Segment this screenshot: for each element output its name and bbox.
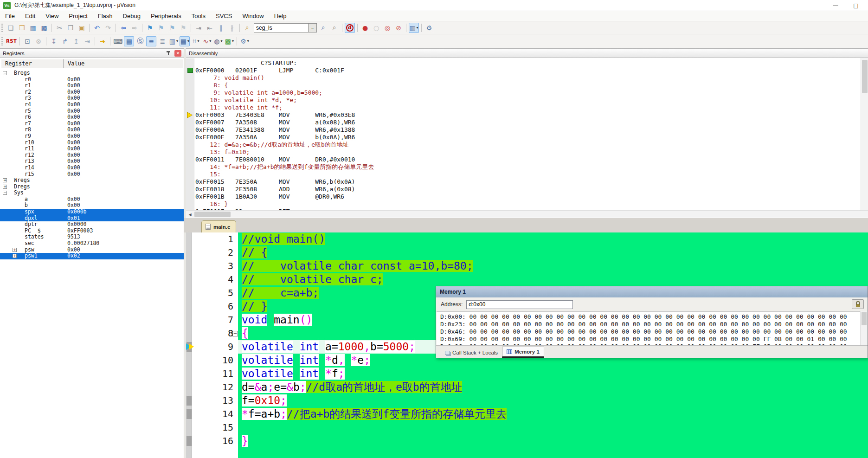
code-line-3[interactable]: 3// volatile char const a=10,b=80; (186, 259, 868, 273)
code-line-11[interactable]: 11volatile int *f; (186, 367, 868, 381)
collapse-icon[interactable] (3, 71, 7, 75)
register-row-r5[interactable]: r50x00 (0, 108, 184, 115)
disasm-line[interactable]: 0xFF0007 7A3508 MOV a(0x08),WR6 (186, 119, 861, 126)
register-row-r8[interactable]: r80x00 (0, 127, 184, 133)
disasm-line[interactable]: 0xFF001B 1B0A30 MOV @DR0,WR6 (186, 193, 861, 200)
save-file-icon[interactable]: ▦ (28, 23, 38, 33)
registers-window[interactable]: ≡ (146, 36, 156, 46)
memory-row[interactable]: D:0x00: 00 00 00 00 00 00 00 00 00 00 00… (440, 313, 860, 321)
disasm-line[interactable]: 15: (186, 171, 861, 178)
disable-breakpoint-icon[interactable]: ○ (371, 23, 381, 33)
column-register[interactable]: Register (1, 59, 64, 68)
search-dropdown-icon[interactable]: ⌄ (309, 23, 317, 32)
scroll-left-arrow-icon[interactable]: ◀ (186, 211, 194, 218)
disasm-line[interactable]: 0xFF000E 7A350A MOV b(0x0A),WR6 (186, 134, 861, 141)
close-icon[interactable]: ✕ (174, 50, 181, 57)
register-row-psw[interactable]: psw0x00 (0, 247, 184, 253)
disasm-line[interactable]: 13: f=0x10; (186, 148, 861, 156)
expand-icon[interactable] (3, 178, 7, 182)
maximize-button[interactable]: □ (846, 0, 866, 11)
disassembly-vertical-scrollbar[interactable] (861, 58, 868, 211)
tab-memory-1[interactable]: Memory 1 (502, 347, 544, 358)
code-line-2[interactable]: 2// { (186, 246, 868, 259)
disassembly-horizontal-scrollbar[interactable]: ◀ (186, 210, 868, 218)
disasm-line[interactable]: 0xFF0000 02001F LJMP C:0x001F (186, 67, 861, 74)
step-over-icon[interactable]: ↱ (60, 36, 70, 46)
memory-window-title[interactable]: Memory 1 (436, 286, 868, 297)
code-line-13[interactable]: 13f=0x10; (186, 394, 868, 407)
disasm-line[interactable]: 10: volatile int *d, *e; (186, 97, 861, 104)
system-viewer-icon[interactable]: ▩▾ (224, 36, 234, 46)
bookmark-toggle-icon[interactable]: ⚑ (145, 23, 155, 33)
run-icon[interactable]: ➔ (97, 36, 108, 46)
register-row-r10[interactable]: r100x00 (0, 140, 184, 146)
register-row-sys[interactable]: Sys (0, 190, 184, 196)
menu-debug[interactable]: Debug (118, 11, 146, 21)
menu-help[interactable]: Help (269, 11, 292, 21)
register-row-pc-$[interactable]: PC $0xFF0003 (0, 228, 184, 234)
window-layout-icon[interactable]: ▥▾ (409, 23, 419, 33)
pin-icon[interactable] (165, 50, 172, 57)
step-into-icon[interactable]: ↧ (49, 36, 59, 46)
command-window[interactable]: ⌨ (113, 36, 123, 46)
bookmark-prev-icon[interactable]: ⚑ (156, 23, 166, 33)
collapse-icon[interactable] (3, 191, 7, 195)
register-row-bregs[interactable]: Bregs (0, 70, 184, 77)
insert-breakpoint-icon[interactable]: ● (360, 23, 370, 33)
code-line-16[interactable]: 16} (186, 434, 868, 448)
find-next-icon[interactable]: ⌕ (318, 23, 328, 33)
code-line-15[interactable]: 15 (186, 421, 868, 434)
register-row-sec[interactable]: sec0.00027180 (0, 240, 184, 247)
disassembly-window[interactable]: ▤ (124, 36, 134, 46)
register-row-r9[interactable]: r90x00 (0, 133, 184, 140)
disable-all-breakpoints-icon[interactable]: ◎ (382, 23, 392, 33)
unindent-icon[interactable]: ⇤ (205, 23, 215, 33)
paste-icon[interactable]: ▣ (77, 23, 87, 33)
bookmark-clear-all-icon[interactable]: ⚑ (178, 23, 188, 33)
memory-row[interactable]: D:0x23: 00 00 00 00 00 00 00 00 00 00 00… (440, 321, 860, 328)
call-stack-window[interactable]: ≣ (157, 36, 167, 46)
disasm-line[interactable]: 0xFF0003 7E3403E8 MOV WR6,#0x03E8 (186, 111, 861, 119)
register-row-spx[interactable]: spx0x000b (0, 209, 184, 215)
fold-collapse-icon[interactable] (232, 331, 238, 336)
navigate-forward-icon[interactable]: ⇨ (129, 23, 140, 33)
register-row-r7[interactable]: r70x00 (0, 121, 184, 127)
register-row-r15[interactable]: r150x00 (0, 171, 184, 178)
symbol-window[interactable]: Ⓢ (135, 36, 145, 46)
register-row-r4[interactable]: r40x00 (0, 102, 184, 108)
memory-row[interactable]: D:0x69: 00 00 00 00 00 00 00 00 00 00 00… (440, 335, 860, 343)
run-to-cursor-icon[interactable]: ⇥ (82, 36, 92, 46)
minimize-button[interactable]: — (825, 0, 846, 11)
stop-running-icon[interactable]: ⊗ (33, 36, 44, 46)
code-line-14[interactable]: 14*f=a+b;//把a+b的结果送到f变量所指的存储单元里去 (186, 407, 868, 421)
menu-flash[interactable]: Flash (93, 11, 118, 21)
comment-selection-icon[interactable]: ∥ (216, 23, 226, 33)
incremental-find-icon[interactable]: ⌕ (329, 23, 340, 33)
register-row-r3[interactable]: r30x00 (0, 95, 184, 102)
disasm-line[interactable]: 9: volatile int a=1000,b=5000; (186, 89, 861, 97)
menu-view[interactable]: View (40, 11, 64, 21)
register-row-b[interactable]: b0x00 (0, 202, 184, 209)
trace-window[interactable]: ◍▾ (213, 36, 223, 46)
register-row-a[interactable]: a0x00 (0, 196, 184, 203)
undo-icon[interactable]: ↶ (92, 23, 102, 33)
register-row-r2[interactable]: r20x00 (0, 89, 184, 96)
menu-svcs[interactable]: SVCS (211, 11, 237, 21)
serial-window[interactable]: ⌗▾ (191, 36, 201, 46)
configure-tools-icon[interactable]: ⚙ (424, 23, 434, 33)
copy-icon[interactable]: ❐ (65, 23, 76, 33)
register-row-r13[interactable]: r130x00 (0, 158, 184, 165)
disasm-line[interactable]: C?STARTUP: (186, 59, 861, 67)
watch-window[interactable]: ▥▾ (168, 36, 179, 46)
memory-lock-button[interactable] (852, 299, 864, 309)
register-row-states[interactable]: states9513 (0, 234, 184, 240)
menu-peripherals[interactable]: Peripherals (146, 11, 186, 21)
kill-all-breakpoints-icon[interactable]: ⊘ (393, 23, 404, 33)
start-stop-debug-icon[interactable]: d (345, 23, 355, 33)
analysis-window[interactable]: ∿▾ (202, 36, 212, 46)
disasm-line[interactable]: 0xFF0015 7E350A MOV WR6,b(0x0A) (186, 178, 861, 186)
debug-toolbox-icon[interactable]: ⚙▾ (239, 36, 250, 46)
tab-main-c[interactable]: main.c (201, 220, 236, 232)
redo-icon[interactable]: ↷ (103, 23, 113, 33)
memory-window[interactable]: ▦▾ (180, 36, 190, 46)
